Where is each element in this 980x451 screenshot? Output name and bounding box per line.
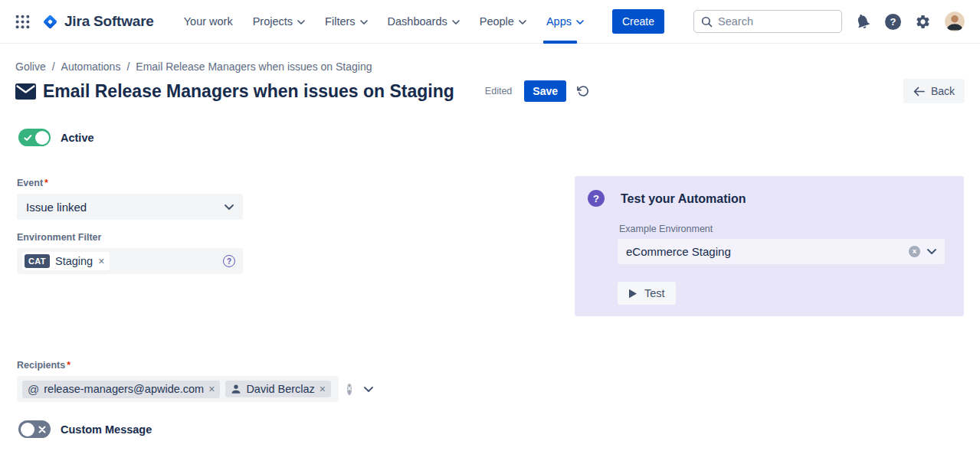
test-button[interactable]: Test [618,282,676,305]
active-toggle-label: Active [61,132,94,144]
environment-filter-input[interactable]: CAT Staging × ? [17,248,243,274]
recipients-label: Recipients* [17,360,339,371]
search-icon [701,16,713,28]
back-arrow-icon [913,87,925,96]
recipient-chip-text: release-managers@apwide.com [44,383,204,395]
required-asterisk: * [44,178,48,188]
example-environment-label: Example Environment [619,224,713,234]
environment-chip: CAT Staging × [22,252,110,270]
custom-message-toggle[interactable] [18,420,51,438]
breadcrumb-separator: / [126,60,129,73]
required-asterisk: * [67,360,70,371]
recipients-field: Recipients* @ release-managers@apwide.co… [17,360,339,402]
cross-icon [38,426,46,433]
chevron-down-icon [360,20,368,25]
environment-filter-label: Environment Filter [17,232,243,243]
person-icon [231,384,241,394]
app-switcher-icon[interactable] [15,15,30,29]
remove-chip-icon[interactable]: × [208,384,215,394]
undo-icon[interactable] [577,85,589,97]
nav-item-apps[interactable]: Apps [536,0,594,44]
chevron-down-icon [225,204,234,210]
remove-chip-icon[interactable]: × [320,384,326,394]
breadcrumb-golive[interactable]: Golive [15,60,46,73]
nav-item-dashboards[interactable]: Dashboards [378,0,470,44]
search-box[interactable] [693,10,842,33]
check-icon [24,134,32,141]
back-button[interactable]: Back [903,79,965,103]
custom-message-toggle-row: Custom Message [18,420,152,438]
edited-status: Edited [485,86,512,96]
page-title: Email Release Managers when issues on St… [43,81,454,102]
event-select-value: Issue linked [26,201,87,214]
toggle-knob [35,131,49,145]
chevron-down-icon [364,387,373,392]
recipients-input[interactable]: @ release-managers@apwide.com × David Be… [17,376,339,402]
environment-filter-field: Environment Filter CAT Staging × ? [17,232,243,274]
environment-chip-text: Staging [55,255,93,267]
active-toggle[interactable] [18,129,51,146]
top-navigation-bar: Jira Software Your work Projects Filters… [0,0,980,44]
breadcrumb: Golive / Automations / Email Release Man… [15,60,372,73]
test-panel-title: Test your Automation [621,192,746,206]
notifications-bell-icon[interactable] [854,13,871,30]
brand-name: Jira Software [64,13,154,30]
recipient-chip-email: @ release-managers@apwide.com × [22,381,220,398]
nav-item-filters[interactable]: Filters [315,0,377,44]
primary-nav: Your work Projects Filters Dashboards Pe… [174,0,594,44]
event-label: Event* [17,178,243,188]
recipient-chip-user: David Berclaz × [225,381,331,397]
page-header: Email Release Managers when issues on St… [15,79,965,103]
event-select[interactable]: Issue linked [17,194,243,220]
user-avatar[interactable] [945,11,965,31]
environment-filter-help-icon[interactable]: ? [223,255,235,267]
chevron-down-icon [297,20,305,25]
save-button[interactable]: Save [524,80,566,102]
breadcrumb-automations[interactable]: Automations [61,60,121,73]
example-environment-select[interactable]: eCommerce Staging × [618,239,945,264]
example-environment-value: eCommerce Staging [626,245,731,258]
remove-chip-icon[interactable]: × [98,256,104,266]
search-input[interactable] [718,15,834,28]
clear-all-icon[interactable]: × [347,384,352,395]
settings-gear-icon[interactable] [915,14,931,30]
play-icon [628,289,637,299]
clear-selection-icon[interactable]: × [909,246,920,257]
custom-message-label: Custom Message [61,423,152,436]
chevron-down-icon [452,20,460,25]
question-mark-icon: ? [588,190,605,207]
help-icon[interactable]: ? [885,14,901,30]
category-badge: CAT [25,254,50,268]
email-at-icon: @ [28,383,39,396]
create-button[interactable]: Create [612,9,664,34]
chevron-down-icon [927,249,936,254]
jira-diamond-icon [41,13,59,31]
breadcrumb-separator: / [52,60,55,73]
active-toggle-row: Active [18,129,94,146]
nav-item-your-work[interactable]: Your work [174,0,243,44]
chevron-down-icon [576,20,584,25]
nav-item-projects[interactable]: Projects [243,0,315,44]
recipient-chip-text: David Berclaz [246,383,314,395]
breadcrumb-current: Email Release Managers when issues on St… [136,60,372,73]
chevron-down-icon [519,20,526,25]
toggle-knob [21,423,34,436]
jira-software-logo[interactable]: Jira Software [41,13,154,31]
nav-item-people[interactable]: People [470,0,536,44]
nav-icon-group: ? [854,11,965,31]
test-automation-panel: ? Test your Automation Example Environme… [575,176,964,316]
email-envelope-icon [15,83,36,100]
event-field: Event* Issue linked [17,178,243,220]
